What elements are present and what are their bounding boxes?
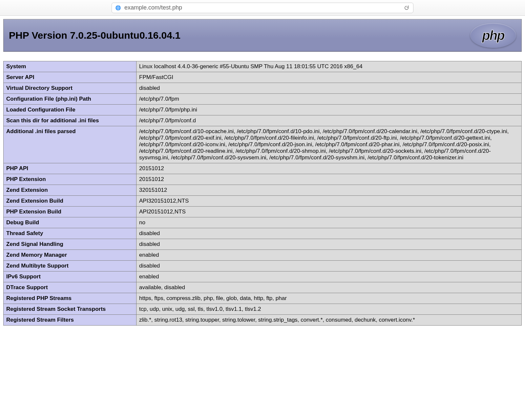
table-row: PHP Extension20151012 xyxy=(4,174,522,185)
config-value: Linux localhost 4.4.0-36-generic #55-Ubu… xyxy=(136,61,522,72)
config-value: FPM/FastCGI xyxy=(136,72,522,83)
config-value: zlib.*, string.rot13, string.toupper, st… xyxy=(136,315,522,326)
table-row: PHP API20151012 xyxy=(4,163,522,174)
config-key: Zend Extension xyxy=(4,185,136,196)
table-row: Server APIFPM/FastCGI xyxy=(4,72,522,83)
table-row: Configuration File (php.ini) Path/etc/ph… xyxy=(4,94,522,105)
table-row: PHP Extension BuildAPI20151012,NTS xyxy=(4,207,522,217)
config-key: Debug Build xyxy=(4,217,136,228)
browser-toolbar xyxy=(0,0,525,16)
table-row: Zend Memory Managerenabled xyxy=(4,250,522,261)
table-row: IPv6 Supportenabled xyxy=(4,271,522,282)
config-key: Virtual Directory Support xyxy=(4,83,136,94)
config-key: Zend Memory Manager xyxy=(4,250,136,261)
config-value: 320151012 xyxy=(136,185,522,196)
config-value: /etc/php/7.0/fpm/php.ini xyxy=(136,105,522,115)
php-logo: php xyxy=(470,23,516,48)
config-value: no xyxy=(136,217,522,228)
table-row: Thread Safetydisabled xyxy=(4,228,522,239)
config-key: PHP API xyxy=(4,163,136,174)
config-value: disabled xyxy=(136,83,522,94)
table-row: Registered Stream Filterszlib.*, string.… xyxy=(4,315,522,326)
config-value: https, ftps, compress.zlib, php, file, g… xyxy=(136,293,522,304)
config-key: PHP Extension Build xyxy=(4,207,136,217)
table-row: Registered Stream Socket Transportstcp, … xyxy=(4,304,522,315)
table-row: Debug Buildno xyxy=(4,217,522,228)
config-value: /etc/php/7.0/fpm/conf.d/10-opcache.ini, … xyxy=(136,126,522,163)
table-row: Loaded Configuration File/etc/php/7.0/fp… xyxy=(4,105,522,115)
phpinfo-table: SystemLinux localhost 4.4.0-36-generic #… xyxy=(3,61,522,326)
config-value: tcp, udp, unix, udg, ssl, tls, tlsv1.0, … xyxy=(136,304,522,315)
config-key: Loaded Configuration File xyxy=(4,105,136,115)
config-value: available, disabled xyxy=(136,282,522,293)
config-value: enabled xyxy=(136,250,522,261)
config-key: Additional .ini files parsed xyxy=(4,126,136,163)
config-value: API320151012,NTS xyxy=(136,196,522,207)
config-value: /etc/php/7.0/fpm/conf.d xyxy=(136,115,522,126)
php-logo-text: php xyxy=(482,28,504,43)
config-key: Scan this dir for additional .ini files xyxy=(4,115,136,126)
url-bar[interactable] xyxy=(112,3,413,13)
config-value: /etc/php/7.0/fpm xyxy=(136,94,522,105)
table-row: SystemLinux localhost 4.4.0-36-generic #… xyxy=(4,61,522,72)
config-key: System xyxy=(4,61,136,72)
config-value: disabled xyxy=(136,228,522,239)
config-key: PHP Extension xyxy=(4,174,136,185)
config-key: Registered Stream Socket Transports xyxy=(4,304,136,315)
config-key: IPv6 Support xyxy=(4,271,136,282)
config-key: Registered Stream Filters xyxy=(4,315,136,326)
config-key: Configuration File (php.ini) Path xyxy=(4,94,136,105)
page-content: PHP Version 7.0.25-0ubuntu0.16.04.1 php … xyxy=(0,16,525,326)
table-row: Zend Signal Handlingdisabled xyxy=(4,239,522,250)
globe-icon xyxy=(115,5,121,11)
table-row: Virtual Directory Supportdisabled xyxy=(4,83,522,94)
config-key: Zend Signal Handling xyxy=(4,239,136,250)
table-row: Additional .ini files parsed/etc/php/7.0… xyxy=(4,126,522,163)
page-title: PHP Version 7.0.25-0ubuntu0.16.04.1 xyxy=(9,30,180,41)
config-key: Server API xyxy=(4,72,136,83)
config-key: Thread Safety xyxy=(4,228,136,239)
table-row: DTrace Supportavailable, disabled xyxy=(4,282,522,293)
config-value: disabled xyxy=(136,261,522,271)
config-key: Zend Multibyte Support xyxy=(4,261,136,271)
config-value: API20151012,NTS xyxy=(136,207,522,217)
config-key: Zend Extension Build xyxy=(4,196,136,207)
config-value: 20151012 xyxy=(136,174,522,185)
refresh-icon[interactable] xyxy=(403,5,410,11)
config-key: DTrace Support xyxy=(4,282,136,293)
table-row: Zend Extension320151012 xyxy=(4,185,522,196)
table-row: Zend Extension BuildAPI320151012,NTS xyxy=(4,196,522,207)
url-input[interactable] xyxy=(124,4,403,11)
table-row: Zend Multibyte Supportdisabled xyxy=(4,261,522,271)
config-value: 20151012 xyxy=(136,163,522,174)
table-row: Scan this dir for additional .ini files/… xyxy=(4,115,522,126)
config-value: disabled xyxy=(136,239,522,250)
table-row: Registered PHP Streamshttps, ftps, compr… xyxy=(4,293,522,304)
config-key: Registered PHP Streams xyxy=(4,293,136,304)
phpinfo-header: PHP Version 7.0.25-0ubuntu0.16.04.1 php xyxy=(3,19,522,52)
config-value: enabled xyxy=(136,271,522,282)
